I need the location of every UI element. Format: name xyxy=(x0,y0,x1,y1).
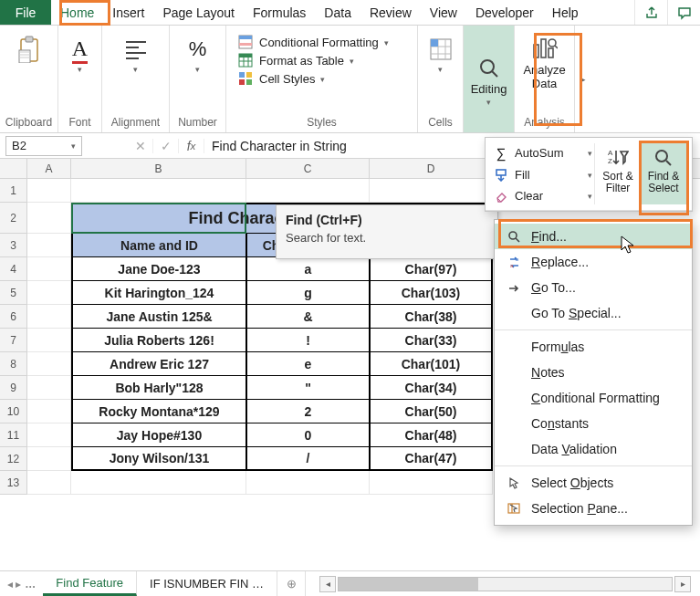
sheet-tab[interactable]: IF ISNUMBER FIN … xyxy=(137,571,277,596)
table-row[interactable]: Kit Harington_124gChar(103) xyxy=(71,281,493,305)
cell[interactable]: Char(101) xyxy=(370,352,493,376)
tab-file[interactable]: File xyxy=(0,0,51,25)
menu-item-select-objects[interactable]: Select Objects xyxy=(495,470,692,496)
tab-data[interactable]: Data xyxy=(315,0,360,25)
cell[interactable]: Char(47) xyxy=(370,447,493,471)
cell[interactable]: ! xyxy=(246,329,370,352)
sheet-nav[interactable]: ◂ ▸ … xyxy=(0,571,43,596)
menu-item-find[interactable]: Find... xyxy=(495,224,692,249)
number-button[interactable]: % ▾ xyxy=(176,29,220,76)
scroll-right-button[interactable]: ▸ xyxy=(674,576,691,592)
table-row[interactable]: Jay Hope#1300Char(48) xyxy=(71,423,493,447)
chevron-down-icon[interactable]: ▾ xyxy=(71,141,76,151)
cell[interactable]: g xyxy=(246,281,370,305)
fill-button[interactable]: Fill ▾ xyxy=(491,166,594,183)
name-box[interactable]: B2 ▾ xyxy=(5,136,82,156)
tab-formulas[interactable]: Formulas xyxy=(244,0,315,25)
select-all-corner[interactable] xyxy=(0,159,27,178)
row-header[interactable]: 8 xyxy=(0,352,26,376)
cell[interactable]: Kit Harington_124 xyxy=(71,281,246,305)
scroll-track[interactable] xyxy=(338,577,673,591)
col-header-b[interactable]: B xyxy=(71,159,246,178)
cell[interactable]: Rocky Montana*129 xyxy=(71,400,246,423)
table-row[interactable]: Andrew Eric 127eChar(101) xyxy=(71,352,493,376)
autosum-button[interactable]: ∑ AutoSum ▾ xyxy=(491,143,594,162)
cells-button[interactable]: ▾ xyxy=(419,29,463,76)
cell[interactable]: 0 xyxy=(246,423,370,447)
row-header[interactable]: 6 xyxy=(0,305,26,329)
cell[interactable]: Char(50) xyxy=(370,400,493,423)
cell[interactable]: & xyxy=(246,305,370,329)
format-as-table-button[interactable]: Format as Table ▾ xyxy=(237,53,389,68)
row-header[interactable]: 9 xyxy=(0,376,26,400)
clipboard-button[interactable] xyxy=(7,29,51,66)
cell[interactable]: e xyxy=(246,352,370,376)
row-header[interactable]: 2 xyxy=(0,203,26,234)
row-header[interactable]: 10 xyxy=(0,400,26,423)
ribbon-overflow-button[interactable]: ▸ xyxy=(575,26,590,132)
comments-button[interactable] xyxy=(667,0,700,25)
menu-item-replace[interactable]: ab Replace... xyxy=(495,249,692,275)
row-header[interactable]: 3 xyxy=(0,234,26,257)
group-label-alignment[interactable]: Alignment xyxy=(111,113,160,132)
enter-formula-button[interactable]: ✓ xyxy=(153,139,179,153)
horizontal-scrollbar[interactable]: ◂ ▸ xyxy=(310,571,700,596)
menu-item-formulas[interactable]: Formulas xyxy=(495,334,692,360)
sheet-tab-active[interactable]: Find Feature xyxy=(43,571,137,596)
cell[interactable]: Julia Roberts 126! xyxy=(71,329,246,352)
menu-item-cond-format[interactable]: Conditional Formatting xyxy=(495,385,692,411)
find-select-button[interactable]: Find & Select xyxy=(641,143,686,204)
tab-page-layout[interactable]: Page Layout xyxy=(153,0,244,25)
alignment-button[interactable]: ▾ xyxy=(114,29,158,76)
cell[interactable]: Jane Doe-123 xyxy=(71,257,246,281)
new-sheet-button[interactable]: ⊕ xyxy=(277,571,305,596)
menu-item-selection-pane[interactable]: Selection Pane... xyxy=(495,496,692,521)
cell[interactable]: a xyxy=(246,257,370,281)
table-row[interactable]: Bob Harly"128"Char(34) xyxy=(71,376,493,400)
col-header-a[interactable]: A xyxy=(27,159,71,178)
cell[interactable]: Char(103) xyxy=(370,281,493,305)
conditional-formatting-button[interactable]: Conditional Formatting ▾ xyxy=(237,35,389,49)
cell[interactable]: Char(33) xyxy=(370,329,493,352)
menu-item-constants[interactable]: Constants xyxy=(495,411,692,436)
cell[interactable]: Char(48) xyxy=(370,423,493,447)
table-row[interactable]: Rocky Montana*1292Char(50) xyxy=(71,400,493,423)
font-button[interactable]: A ▾ xyxy=(58,29,102,76)
tab-insert[interactable]: Insert xyxy=(103,0,153,25)
group-label-font[interactable]: Font xyxy=(68,113,90,132)
cell[interactable]: " xyxy=(246,376,370,400)
col-header-c[interactable]: C xyxy=(246,159,370,178)
menu-item-notes[interactable]: Notes xyxy=(495,360,692,385)
analyze-data-button[interactable]: Analyze Data xyxy=(516,29,572,93)
cell[interactable]: Char(38) xyxy=(370,305,493,329)
cell[interactable]: Char(34) xyxy=(370,376,493,400)
cell[interactable]: Bob Harly"128 xyxy=(71,376,246,400)
table-header-name[interactable]: Name and ID xyxy=(71,234,246,257)
table-row[interactable]: Jony Wilson/131/Char(47) xyxy=(71,447,493,471)
cancel-formula-button[interactable]: ✕ xyxy=(128,139,153,153)
cell-styles-button[interactable]: Cell Styles ▾ xyxy=(237,71,389,86)
row-header[interactable]: 11 xyxy=(0,423,26,447)
cell[interactable]: Jane Austin 125& xyxy=(71,305,246,329)
editing-button[interactable]: Editing ▾ xyxy=(464,26,515,132)
row-header[interactable]: 12 xyxy=(0,447,26,471)
col-header-d[interactable]: D xyxy=(370,159,493,178)
cell[interactable]: Andrew Eric 127 xyxy=(71,352,246,376)
row-header[interactable]: 5 xyxy=(0,281,26,305)
clear-button[interactable]: Clear ▾ xyxy=(491,187,594,204)
group-label-number[interactable]: Number xyxy=(178,113,217,132)
row-header[interactable]: 1 xyxy=(0,179,26,203)
group-label-cells[interactable]: Cells xyxy=(428,113,453,132)
scroll-left-button[interactable]: ◂ xyxy=(319,576,336,592)
table-row[interactable]: Jane Doe-123aChar(97) xyxy=(71,257,493,281)
table-row[interactable]: Julia Roberts 126!!Char(33) xyxy=(71,329,493,352)
scroll-thumb[interactable] xyxy=(339,578,478,591)
tab-developer[interactable]: Developer xyxy=(466,0,543,25)
tab-review[interactable]: Review xyxy=(360,0,421,25)
row-header[interactable]: 4 xyxy=(0,257,26,281)
row-header[interactable]: 7 xyxy=(0,329,26,352)
insert-function-button[interactable]: fx xyxy=(179,139,204,153)
tab-home[interactable]: Home xyxy=(51,0,103,25)
menu-item-data-validation[interactable]: Data Validation xyxy=(495,436,692,462)
row-header[interactable]: 13 xyxy=(0,471,26,495)
